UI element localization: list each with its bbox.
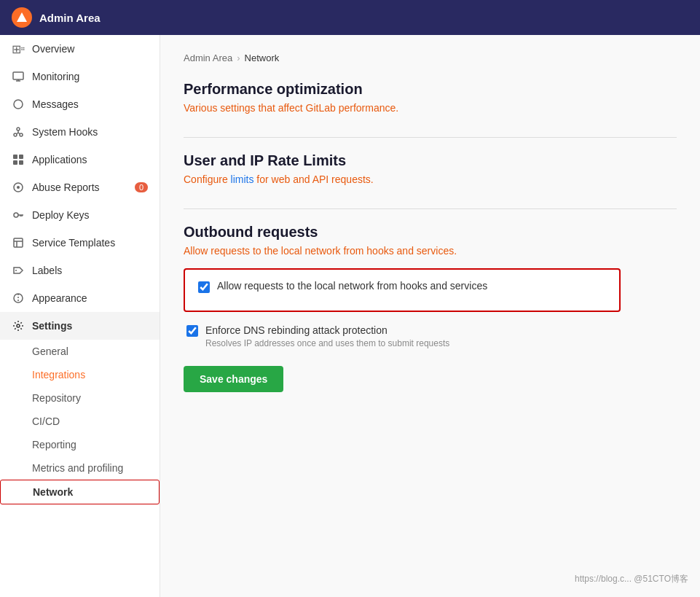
divider-2 [184, 208, 677, 209]
svg-rect-9 [13, 155, 17, 159]
sidebar-item-deploy-keys[interactable]: Deploy Keys [0, 201, 160, 229]
svg-rect-4 [13, 72, 23, 79]
limits-link[interactable]: limits [231, 173, 254, 185]
outbound-box: Allow requests to the local network from… [184, 268, 621, 312]
allow-local-network-row: Allow requests to the local network from… [198, 280, 606, 293]
sidebar-sub-item-network[interactable]: Network [0, 480, 160, 504]
monitor-icon [12, 70, 25, 83]
logo [12, 7, 32, 28]
sidebar-item-system-hooks[interactable]: System Hooks [0, 118, 160, 146]
sidebar: Overview Monitoring Messages System Hook… [0, 35, 160, 597]
outbound-section: Outbound requests Allow requests to the … [184, 224, 677, 392]
svg-rect-1 [23, 47, 25, 49]
admin-area-title: Admin Area [39, 12, 101, 24]
svg-point-15 [14, 213, 18, 217]
sidebar-item-label: Applications [32, 154, 87, 165]
svg-rect-2 [21, 49, 23, 50]
outbound-title: Outbound requests [184, 224, 677, 241]
outbound-desc: Allow requests to the local network from… [184, 245, 677, 257]
key-icon [12, 208, 25, 222]
svg-rect-16 [14, 238, 23, 247]
save-button-wrapper: Save changes [184, 366, 677, 392]
apps-icon [12, 153, 25, 166]
performance-section: Performance optimization Various setting… [184, 81, 677, 114]
rate-limits-title: User and IP Rate Limits [184, 152, 677, 169]
svg-point-14 [17, 186, 20, 189]
svg-rect-10 [19, 155, 23, 159]
sidebar-sub-item-general[interactable]: General [0, 340, 160, 363]
sidebar-item-label: Abuse Reports [32, 182, 100, 193]
sidebar-sub-item-metrics[interactable]: Metrics and profiling [0, 456, 160, 480]
abuse-reports-badge: 0 [135, 182, 148, 192]
messages-icon [12, 98, 25, 111]
allow-local-network-checkbox[interactable] [198, 281, 210, 293]
enforce-dns-row: Enforce DNS rebinding attack protection … [184, 324, 650, 348]
sidebar-item-appearance[interactable]: Appearance [0, 284, 160, 312]
report-icon [12, 181, 25, 194]
divider-1 [184, 137, 677, 138]
sidebar-item-applications[interactable]: Applications [0, 146, 160, 173]
main-content: Admin Area › Network Performance optimiz… [160, 35, 700, 597]
save-changes-button[interactable]: Save changes [184, 366, 283, 392]
sidebar-sub-item-reporting[interactable]: Reporting [0, 433, 160, 456]
sidebar-item-monitoring[interactable]: Monitoring [0, 63, 160, 90]
sidebar-sub-item-integrations[interactable]: Integrations [0, 363, 160, 386]
breadcrumb-parent[interactable]: Admin Area [184, 52, 232, 63]
sidebar-item-label: System Hooks [32, 126, 98, 138]
breadcrumb-current: Network [245, 52, 280, 63]
sidebar-item-label: Labels [32, 265, 62, 276]
sidebar-item-overview[interactable]: Overview [0, 35, 160, 63]
sidebar-item-service-templates[interactable]: Service Templates [0, 229, 160, 257]
sidebar-item-label: Appearance [32, 292, 87, 304]
svg-point-19 [17, 324, 20, 327]
sidebar-item-messages[interactable]: Messages [0, 90, 160, 118]
enforce-dns-sub: Resolves IP addresses once and uses them… [205, 338, 449, 348]
rate-limits-desc: Configure limits for web and API request… [184, 173, 677, 185]
template-icon [12, 236, 25, 249]
sidebar-item-label: Service Templates [32, 237, 115, 249]
sidebar-item-label: Overview [32, 43, 74, 55]
svg-point-6 [17, 128, 20, 130]
sidebar-item-label: Settings [32, 320, 72, 332]
breadcrumb: Admin Area › Network [184, 52, 677, 63]
svg-point-17 [15, 270, 17, 271]
breadcrumb-separator: › [237, 52, 240, 63]
rate-limits-section: User and IP Rate Limits Configure limits… [184, 152, 677, 185]
allow-local-network-label[interactable]: Allow requests to the local network from… [217, 280, 487, 292]
sidebar-item-abuse-reports[interactable]: Abuse Reports 0 [0, 173, 160, 201]
sidebar-sub-item-cicd[interactable]: CI/CD [0, 410, 160, 433]
svg-rect-0 [21, 47, 23, 49]
hooks-icon [12, 125, 25, 138]
watermark: https://blog.c... @51CTO博客 [575, 573, 688, 585]
performance-desc: Various settings that affect GitLab perf… [184, 102, 677, 114]
svg-rect-3 [23, 49, 25, 50]
settings-icon [12, 319, 25, 332]
sidebar-item-settings[interactable]: Settings [0, 312, 160, 340]
enforce-dns-label[interactable]: Enforce DNS rebinding attack protection [205, 324, 388, 336]
performance-title: Performance optimization [184, 81, 677, 98]
enforce-dns-checkbox[interactable] [186, 325, 198, 337]
sidebar-item-labels[interactable]: Labels [0, 257, 160, 284]
sidebar-item-label: Monitoring [32, 71, 79, 82]
sidebar-item-label: Deploy Keys [32, 209, 90, 221]
grid-icon [12, 42, 25, 55]
appearance-icon [12, 292, 25, 305]
svg-rect-12 [19, 160, 23, 165]
label-icon [12, 264, 25, 277]
sidebar-sub-item-repository[interactable]: Repository [0, 386, 160, 410]
sidebar-item-label: Messages [32, 98, 79, 110]
top-bar: Admin Area [0, 0, 700, 35]
svg-rect-11 [13, 160, 17, 165]
